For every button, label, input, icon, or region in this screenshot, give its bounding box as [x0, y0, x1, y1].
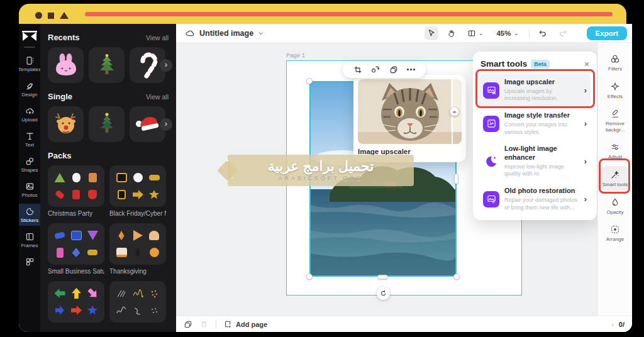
pack-thanksgiving[interactable]: Thanksgiving [109, 223, 166, 275]
prev-page-chevron[interactable]: ‹ [611, 321, 614, 328]
tool-remove-background[interactable]: Remove backgr... [601, 105, 630, 136]
tool-adjust[interactable]: Adjust [601, 138, 630, 163]
gold-percent-icon [149, 190, 160, 199]
close-icon[interactable]: × [584, 60, 589, 69]
smart-tool-image-upscaler[interactable]: 4K Image upscaler Upscale images by incr… [479, 74, 591, 107]
undo-button[interactable] [536, 26, 550, 40]
chevron-right-icon: › [584, 194, 587, 204]
dark-drop-icon [135, 248, 141, 257]
christmas-tree-sticker-icon [95, 53, 119, 78]
duplicate-button[interactable] [389, 65, 398, 74]
trash-icon [200, 320, 208, 328]
doodle-dots-icon [150, 289, 158, 298]
recents-view-all-link[interactable]: View all [146, 34, 169, 41]
old-photo-restoration-icon: C [483, 191, 499, 207]
cat-before-after-image: ◂▸ [358, 79, 462, 144]
resize-handle-bottom-right[interactable] [453, 273, 460, 280]
pack-thumbnail [109, 223, 166, 265]
snowman-icon [72, 173, 80, 182]
pumpkin-icon [150, 248, 159, 257]
browser-titlebar [19, 4, 626, 24]
smart-tool-old-photo-restoration[interactable]: C Old photo restoration Repair your dama… [479, 182, 591, 216]
sticker-tile-reindeer[interactable] [48, 106, 84, 142]
replace-button[interactable] [371, 65, 380, 74]
sidebar-item-upload[interactable]: Upload [19, 103, 40, 125]
santa-hat-sticker-icon [135, 113, 161, 136]
export-button[interactable]: Export [587, 26, 627, 40]
sidebar-item-frames[interactable]: Frames [19, 229, 40, 251]
sidebar-item-shapes[interactable]: Shapes [19, 153, 40, 175]
single-view-all-link[interactable]: View all [146, 93, 169, 101]
resize-handle-top-left[interactable] [306, 78, 313, 84]
pack-black-friday[interactable]: Black Friday/Cyber M... [109, 165, 166, 217]
dot [413, 69, 415, 70]
hand-tool-button[interactable] [445, 26, 458, 40]
crop-button[interactable] [353, 65, 362, 74]
resize-handle-bottom[interactable] [377, 275, 388, 279]
tool-label: Opacity [606, 209, 623, 216]
basket-icon [87, 231, 98, 240]
copy-stack-icon [389, 65, 398, 74]
page-label: Page 1 [286, 52, 305, 58]
sidebar-item-photos[interactable]: Photos [19, 179, 40, 201]
app-logo-icon[interactable] [21, 30, 38, 43]
duplicate-page-button[interactable] [184, 320, 192, 329]
before-after-slider-handle[interactable]: ◂▸ [450, 107, 459, 116]
redo-icon [558, 29, 567, 38]
recents-next-chevron[interactable]: › [160, 59, 172, 72]
reindeer-sticker-icon [53, 112, 79, 137]
sticker-tile-tree2[interactable] [89, 106, 125, 142]
window-control-triangle-icon[interactable] [60, 12, 69, 19]
resize-canvas-button[interactable]: ⌄ [465, 26, 486, 40]
doodle-coil-icon [116, 306, 126, 314]
chevron-down-icon[interactable] [258, 30, 264, 36]
sticker-tile-bunny[interactable] [48, 47, 84, 83]
tool-filters[interactable]: Filters [601, 50, 630, 75]
smart-tool-lowlight-enhancer[interactable]: Low-light image enhancer Improve low-lig… [479, 140, 591, 182]
tool-smart-tools[interactable]: Smart tools [601, 166, 630, 191]
resize-handle-bottom-left[interactable] [306, 273, 313, 280]
add-page-button[interactable]: Add page [224, 320, 267, 328]
redo-button[interactable] [556, 26, 570, 40]
zoom-level-dropdown[interactable]: 45% ⌄ [492, 26, 523, 40]
window-control-circle-icon[interactable] [35, 12, 42, 19]
tool-effects[interactable]: Effects [601, 78, 630, 103]
sidebar-item-stickers[interactable]: Stickers [19, 204, 40, 226]
pack-doodles[interactable] [109, 281, 166, 323]
watermark-sparkle [231, 177, 233, 179]
pack-thumbnail [109, 281, 166, 323]
gold-arrow-icon [133, 190, 143, 199]
sidebar-item-design[interactable]: Design [19, 78, 40, 100]
upscaler-preview-card[interactable]: ◂▸ Image upscaler [353, 75, 466, 162]
rotate-handle[interactable] [377, 287, 390, 300]
address-bar-placeholder [85, 12, 613, 16]
sidebar-item-templates[interactable]: Templates [19, 53, 40, 75]
pie-slice-icon [133, 230, 143, 241]
single-next-chevron[interactable]: › [160, 118, 172, 131]
recents-tile-row: › [48, 47, 169, 83]
tool-arrange[interactable]: Arrange [601, 221, 630, 246]
resize-handle-right[interactable] [454, 174, 458, 184]
opacity-droplet-icon [610, 197, 620, 207]
doodle-specks-icon [150, 306, 158, 315]
tool-opacity[interactable]: Opacity [601, 194, 630, 219]
window-controls[interactable] [35, 12, 69, 19]
window-control-square-icon[interactable] [48, 13, 54, 19]
sticker-tile-tree[interactable] [89, 47, 125, 83]
pack-small-business[interactable]: Small Business Saturd... [48, 223, 104, 275]
more-options-button[interactable] [407, 69, 415, 70]
pack-arrows[interactable] [48, 281, 104, 323]
tool-label: Arrange [606, 236, 624, 243]
smart-tool-style-transfer[interactable]: Image style transfer Convert your images… [479, 107, 591, 140]
delete-page-button[interactable] [200, 320, 208, 328]
doodle-zigzag-icon [133, 289, 143, 297]
file-title-group[interactable]: Untitled image [185, 28, 264, 38]
pack-christmas-party[interactable]: Christmas Party [48, 165, 104, 217]
sidebar-item-text[interactable]: Text [19, 128, 40, 150]
sidebar-item-more[interactable] [19, 254, 40, 269]
boot-icon [88, 190, 97, 199]
file-name: Untitled image [199, 29, 253, 38]
select-tool-button[interactable] [425, 26, 438, 40]
zoom-level-value: 45% [496, 30, 511, 37]
pink-arrow-icon [86, 286, 100, 301]
